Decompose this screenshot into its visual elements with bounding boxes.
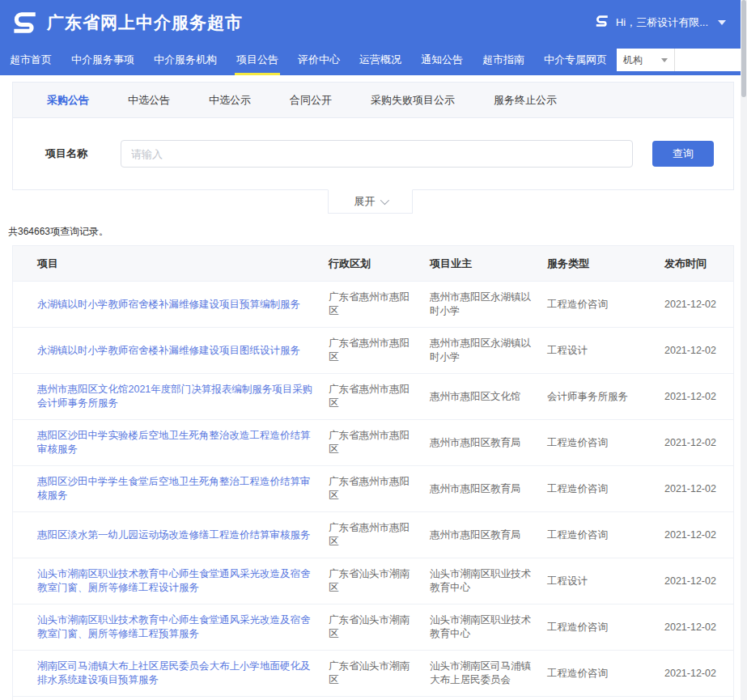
user-greeting: Hi，三桥设计有限... [616, 15, 708, 30]
user-logo-icon [595, 14, 609, 31]
project-link[interactable]: 惠阳区沙田中学学生食堂后空地卫生死角整治工程造价结算审核服务 [37, 476, 311, 501]
cell-owner: 汕头市潮南区司马浦镇大布上居民委员会 [430, 651, 547, 696]
cell-project: 惠州市惠阳区文化馆2021年度部门决算报表编制服务项目采购会计师事务所服务 [37, 374, 329, 419]
project-name-label: 项目名称 [45, 146, 121, 161]
cell-publish-date: 2021-12-02 [664, 289, 728, 320]
cell-project: 潮南区司马浦镇大布上社区居民委员会大布上小学地面硬化及排水系统建设项目预算服务 [37, 651, 329, 696]
chevron-down-icon [380, 196, 388, 205]
cell-service-type: 工程造价咨询 [547, 520, 664, 551]
cell-owner: 汕头市潮南区职业技术教育中心 [430, 558, 547, 604]
cell-owner: 惠州市惠阳区教育局 [430, 520, 547, 551]
announcement-tabs: 采购公告中选公告中选公示合同公开采购失败项目公示服务终止公示 [13, 83, 733, 118]
tab-6[interactable]: 服务终止公示 [494, 93, 557, 108]
project-link[interactable]: 永湖镇以时小学教师宿舍楼补漏维修建设项目预算编制服务 [37, 299, 300, 310]
nav-item-5[interactable]: 评价中心 [288, 45, 350, 75]
results-table: 项目行政区划项目业主服务类型发布时间 永湖镇以时小学教师宿舍楼补漏维修建设项目预… [12, 245, 734, 700]
query-button[interactable]: 查询 [652, 141, 714, 167]
nav-item-3[interactable]: 中介服务机构 [144, 45, 227, 75]
expand-button[interactable]: 展开 [328, 189, 413, 214]
nav-items: 超市首页中介服务事项中介服务机构项目公告评价中心运营概况通知公告超市指南中介专属… [0, 45, 617, 75]
column-header-2: 行政区划 [329, 246, 430, 281]
nav-item-8[interactable]: 超市指南 [473, 45, 534, 75]
cell-publish-date: 2021-12-02 [664, 658, 728, 689]
global-search: 机构 [617, 49, 747, 71]
filter-card: 采购公告中选公告中选公示合同公开采购失败项目公示服务终止公示 项目名称 查询 [12, 82, 734, 190]
cell-service-type: 工程造价咨询 [547, 658, 664, 689]
tab-2[interactable]: 中选公告 [128, 93, 170, 108]
cell-project: 惠阳区沙田中学实验楼后空地卫生死角整治改造工程造价结算审核服务 [37, 420, 329, 465]
cell-region: 广东省汕头市潮南区 [329, 697, 430, 700]
cell-region: 广东省惠州市惠阳区 [329, 374, 430, 419]
cell-service-type: 工程造价咨询 [547, 612, 664, 643]
cell-project: 汕头市潮南区职业技术教育中心师生食堂通风采光改造及宿舍教室门窗、厕所等修缮工程设… [37, 558, 329, 604]
cell-service-type: 工程造价咨询 [547, 427, 664, 459]
cell-owner: 汕头市潮南区职业技术教育中心 [430, 605, 547, 650]
scrollbar-thumb[interactable] [741, 0, 746, 97]
table-header-row: 项目行政区划项目业主服务类型发布时间 [13, 246, 733, 282]
nav-item-1[interactable]: 超市首页 [0, 45, 62, 75]
table-row: 惠阳区沙田中学实验楼后空地卫生死角整治改造工程造价结算审核服务广东省惠州市惠阳区… [13, 420, 733, 466]
cell-service-type: 会计师事务所服务 [547, 381, 664, 413]
cell-publish-date: 2021-12-02 [664, 381, 728, 413]
site-logo-icon [11, 9, 39, 36]
project-link[interactable]: 惠州市惠阳区文化馆2021年度部门决算报表编制服务项目采购会计师事务所服务 [37, 384, 312, 409]
cell-service-type: 工程造价咨询 [547, 473, 664, 505]
cell-region: 广东省汕头市潮南区 [329, 651, 430, 696]
cell-project: 永湖镇以时小学教师宿舍楼补漏维修建设项目预算编制服务 [37, 289, 329, 320]
user-menu[interactable]: Hi，三桥设计有限... [595, 14, 726, 31]
table-row: 永湖镇以时小学教师宿舍楼补漏维修建设项目预算编制服务广东省惠州市惠阳区惠州市惠阳… [13, 282, 733, 328]
project-link[interactable]: 潮南区司马浦镇大布上社区居民委员会大布上小学地面硬化及排水系统建设项目预算服务 [37, 660, 311, 685]
nav-bar: 超市首页中介服务事项中介服务机构项目公告评价中心运营概况通知公告超市指南中介专属… [0, 45, 741, 75]
nav-item-4[interactable]: 项目公告 [227, 45, 288, 75]
site-title: 广东省网上中介服务超市 [47, 11, 243, 34]
table-row: 汕头市潮南区职业技术教育中心师生食堂通风采光改造及宿舍教室门窗、厕所等修缮工程设… [13, 558, 733, 605]
cell-publish-date: 2021-12-02 [664, 427, 728, 459]
tab-4[interactable]: 合同公开 [290, 93, 332, 108]
cell-project: 惠阳区沙田中学学生食堂后空地卫生死角整治工程造价结算审核服务 [37, 466, 329, 511]
result-count: 共364663项查询记录。 [8, 225, 741, 239]
table-row: 永湖镇以时小学教师宿舍楼补漏维修建设项目图纸设计服务广东省惠州市惠阳区惠州市惠阳… [13, 328, 733, 374]
project-name-input[interactable] [121, 140, 633, 168]
column-header-1: 项目 [37, 246, 329, 281]
cell-region: 广东省惠州市惠阳区 [329, 282, 430, 327]
table-row: 潮南区司马浦镇大布上社区居民委员会大布上小学地面硬化及排水系统建设项目施工图纸设… [13, 697, 733, 700]
project-link[interactable]: 汕头市潮南区职业技术教育中心师生食堂通风采光改造及宿舍教室门窗、厕所等修缮工程设… [37, 568, 311, 593]
cell-owner: 惠州市惠阳区文化馆 [430, 381, 547, 413]
nav-item-2[interactable]: 中介服务事项 [62, 45, 144, 75]
tab-1[interactable]: 采购公告 [47, 93, 89, 108]
cell-service-type: 工程造价咨询 [547, 289, 664, 320]
table-row: 惠州市惠阳区文化馆2021年度部门决算报表编制服务项目采购会计师事务所服务广东省… [13, 374, 733, 420]
table-row: 惠阳区淡水第一幼儿园运动场改造修缮工程造价结算审核服务广东省惠州市惠阳区惠州市惠… [13, 512, 733, 558]
tab-3[interactable]: 中选公示 [209, 93, 251, 108]
top-header: 广东省网上中介服务超市 Hi，三桥设计有限... [0, 0, 741, 45]
search-category-select[interactable]: 机构 [617, 49, 675, 71]
cell-publish-date: 2021-12-02 [664, 473, 728, 505]
cell-owner: 惠州市惠阳区永湖镇以时小学 [430, 282, 547, 327]
scrollbar[interactable] [741, 0, 747, 700]
project-link[interactable]: 永湖镇以时小学教师宿舍楼补漏维修建设项目图纸设计服务 [37, 345, 300, 356]
caret-down-icon [718, 20, 726, 25]
column-header-4: 服务类型 [547, 246, 664, 281]
cell-project: 永湖镇以时小学教师宿舍楼补漏维修建设项目图纸设计服务 [37, 335, 329, 367]
cell-owner: 惠州市惠阳区教育局 [430, 473, 547, 505]
tab-5[interactable]: 采购失败项目公示 [371, 93, 455, 108]
cell-publish-date: 2021-12-02 [664, 612, 728, 643]
project-link[interactable]: 惠阳区沙田中学实验楼后空地卫生死角整治改造工程造价结算审核服务 [37, 430, 311, 455]
cell-service-type: 工程设计 [547, 335, 664, 367]
column-header-5: 发布时间 [664, 246, 725, 281]
nav-item-9[interactable]: 中介专属网页 [534, 45, 617, 75]
cell-service-type: 工程设计 [547, 566, 664, 597]
cell-project: 惠阳区淡水第一幼儿园运动场改造修缮工程造价结算审核服务 [37, 520, 329, 551]
nav-item-6[interactable]: 运营概况 [350, 45, 411, 75]
cell-publish-date: 2021-12-02 [664, 335, 728, 367]
cell-region: 广东省惠州市惠阳区 [329, 420, 430, 465]
project-link[interactable]: 汕头市潮南区职业技术教育中心师生食堂通风采光改造及宿舍教室门窗、厕所等修缮工程预… [37, 614, 311, 639]
nav-item-7[interactable]: 通知公告 [411, 45, 473, 75]
project-link[interactable]: 惠阳区淡水第一幼儿园运动场改造修缮工程造价结算审核服务 [37, 529, 311, 541]
table-body: 永湖镇以时小学教师宿舍楼补漏维修建设项目预算编制服务广东省惠州市惠阳区惠州市惠阳… [13, 282, 733, 700]
cell-project: 潮南区司马浦镇大布上社区居民委员会大布上小学地面硬化及排水系统建设项目施工图纸设… [37, 697, 329, 700]
global-search-input[interactable] [675, 49, 747, 71]
cell-publish-date: 2021-12-02 [664, 520, 728, 551]
cell-owner: 惠州市惠阳区永湖镇以时小学 [430, 328, 547, 373]
cell-publish-date: 2021-12-02 [664, 566, 728, 597]
